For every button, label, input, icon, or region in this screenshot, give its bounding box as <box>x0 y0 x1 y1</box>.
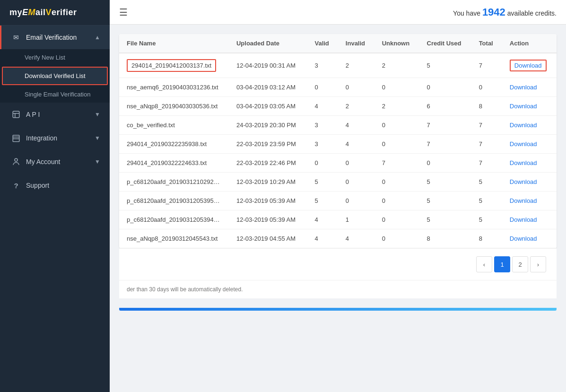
page-1-button[interactable]: 1 <box>494 256 510 272</box>
download-link[interactable]: Download <box>510 103 537 110</box>
account-icon <box>11 157 21 167</box>
table-row: nse_aemq6_20190403031236.txt03-04-2019 0… <box>119 78 557 97</box>
cell-unknown: 0 <box>374 173 419 192</box>
pagination: ‹ 1 2 › <box>119 248 557 280</box>
cell-action: Download <box>502 154 557 173</box>
cell-filename: nse_aNqp8_20190312045543.txt <box>119 229 229 248</box>
email-verification-submenu: Verify New List Download Verified List S… <box>0 49 110 103</box>
sidebar-item-download-verified-list[interactable]: Download Verified List <box>2 67 108 85</box>
cell-valid: 3 <box>307 116 338 135</box>
top-bar: ☰ You have 1942 available credits. <box>110 0 566 25</box>
table-row: 294014_20190322235938.txt22-03-2019 23:5… <box>119 135 557 154</box>
cell-unknown: 0 <box>374 116 419 135</box>
my-account-label: My Account <box>26 158 95 166</box>
highlighted-filename: 294014_20190412003137.txt <box>127 59 216 72</box>
col-invalid: Invalid <box>338 34 374 53</box>
table-row: p_c68120aafd_20190312053956.txt12-03-201… <box>119 192 557 210</box>
cell-filename: p_c68120aafd_20190312102921.txt <box>119 173 229 192</box>
cell-invalid: 0 <box>338 173 374 192</box>
support-icon: ? <box>11 180 21 191</box>
cell-valid: 5 <box>307 173 338 192</box>
table-container: File Name Uploaded Date Valid Invalid Un… <box>119 34 557 248</box>
cell-filename: nse_aNqp8_20190403030536.txt <box>119 97 229 116</box>
next-page-button[interactable]: › <box>530 256 546 272</box>
cell-valid: 0 <box>307 78 338 97</box>
sidebar-item-email-verification[interactable]: ✉ Email Verification ▲ <box>0 26 110 49</box>
svg-rect-0 <box>13 111 19 118</box>
prev-page-button[interactable]: ‹ <box>476 256 492 272</box>
cell-unknown: 0 <box>374 78 419 97</box>
cell-action: Download <box>502 53 557 78</box>
cell-unknown: 2 <box>374 53 419 78</box>
download-link[interactable]: Download <box>510 178 537 185</box>
email-icon: ✉ <box>11 32 21 43</box>
cell-action: Download <box>502 192 557 210</box>
sidebar-item-verify-new-list[interactable]: Verify New List <box>0 49 110 66</box>
cell-uploaded: 12-03-2019 04:55 AM <box>229 229 307 248</box>
table-header-row: File Name Uploaded Date Valid Invalid Un… <box>119 34 557 53</box>
download-link[interactable]: Download <box>510 122 537 129</box>
download-link[interactable]: Download <box>510 60 547 71</box>
cell-total: 0 <box>471 78 502 97</box>
hamburger-menu[interactable]: ☰ <box>119 7 128 18</box>
cell-credit-used: 5 <box>419 173 471 192</box>
cell-action: Download <box>502 78 557 97</box>
cell-invalid: 1 <box>338 210 374 229</box>
cell-credit-used: 5 <box>419 210 471 229</box>
cell-invalid: 0 <box>338 192 374 210</box>
cell-valid: 0 <box>307 154 338 173</box>
integration-chevron-icon: ▼ <box>95 135 100 141</box>
cell-valid: 4 <box>307 210 338 229</box>
brand-name: myEMailVerifier <box>9 8 100 17</box>
cell-action: Download <box>502 116 557 135</box>
main-content: ☰ You have 1942 available credits. File … <box>110 0 566 392</box>
sidebar-item-integration[interactable]: Integration ▼ <box>0 126 110 150</box>
cell-total: 8 <box>471 97 502 116</box>
sidebar-item-api[interactable]: A P I ▼ <box>0 103 110 126</box>
cell-action: Download <box>502 173 557 192</box>
svg-point-6 <box>15 158 17 161</box>
content-area: File Name Uploaded Date Valid Invalid Un… <box>110 25 566 392</box>
cell-action: Download <box>502 210 557 229</box>
col-credit-used: Credit Used <box>419 34 471 53</box>
sidebar: myEMailVerifier ✉ Email Verification ▲ V… <box>0 0 110 392</box>
credits-prefix: You have <box>453 9 480 17</box>
col-uploaded-date: Uploaded Date <box>229 34 307 53</box>
cell-total: 7 <box>471 154 502 173</box>
col-filename: File Name <box>119 34 229 53</box>
cell-unknown: 7 <box>374 154 419 173</box>
cell-credit-used: 0 <box>419 78 471 97</box>
col-valid: Valid <box>307 34 338 53</box>
download-link[interactable]: Download <box>510 235 537 242</box>
cell-credit-used: 5 <box>419 192 471 210</box>
integration-label: Integration <box>26 134 95 142</box>
cell-uploaded: 03-04-2019 03:05 AM <box>229 97 307 116</box>
download-link[interactable]: Download <box>510 140 537 148</box>
cell-filename: 294014_20190412003137.txt <box>119 53 229 78</box>
sidebar-item-single-email-verification[interactable]: Single Email Verification <box>0 86 110 103</box>
sidebar-item-support[interactable]: ? Support <box>0 174 110 197</box>
cell-invalid: 0 <box>338 78 374 97</box>
sidebar-item-my-account[interactable]: My Account ▼ <box>0 150 110 174</box>
cell-uploaded: 12-03-2019 05:39 AM <box>229 210 307 229</box>
cell-total: 5 <box>471 192 502 210</box>
table-row: 294014_20190412003137.txt12-04-2019 00:3… <box>119 53 557 78</box>
bottom-bar <box>119 308 557 311</box>
download-link[interactable]: Download <box>510 216 537 223</box>
cell-uploaded: 22-03-2019 23:59 PM <box>229 135 307 154</box>
cell-filename: co_be_verified.txt <box>119 116 229 135</box>
download-link[interactable]: Download <box>510 197 537 204</box>
cell-filename: nse_aemq6_20190403031236.txt <box>119 78 229 97</box>
credits-info: You have 1942 available credits. <box>453 6 557 18</box>
page-2-button[interactable]: 2 <box>512 256 528 272</box>
cell-invalid: 4 <box>338 116 374 135</box>
cell-valid: 4 <box>307 229 338 248</box>
download-link[interactable]: Download <box>510 159 537 166</box>
download-link[interactable]: Download <box>510 84 537 91</box>
table-row: nse_aNqp8_20190312045543.txt12-03-2019 0… <box>119 229 557 248</box>
cell-invalid: 0 <box>338 154 374 173</box>
cell-credit-used: 5 <box>419 53 471 78</box>
cell-filename: p_c68120aafd_20190312053956.txt <box>119 192 229 210</box>
chevron-up-icon: ▲ <box>95 34 100 41</box>
footer-note-text: der than 30 days will be automatically d… <box>127 286 243 293</box>
